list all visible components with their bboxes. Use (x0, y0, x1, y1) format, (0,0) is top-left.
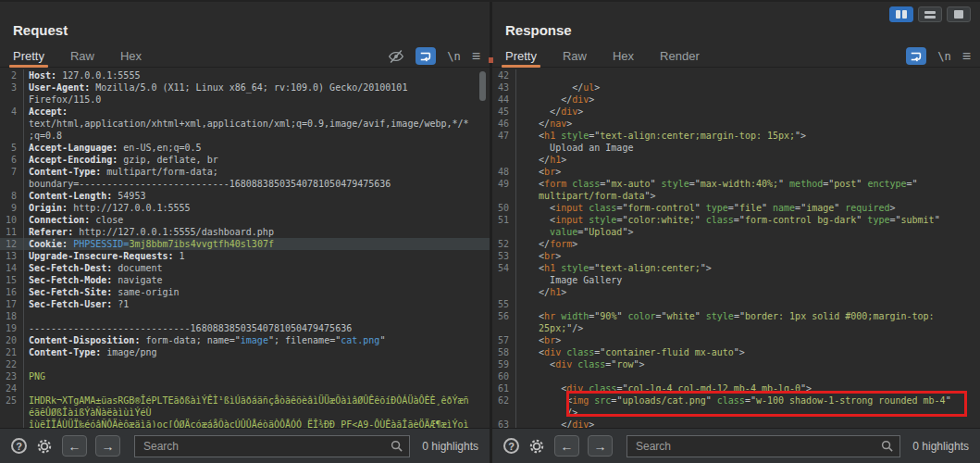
response-toolicons: \n ≡ (906, 44, 971, 68)
code-line: 50<input class="form-control" type="file… (492, 202, 980, 214)
code-line: 45</div> (492, 106, 980, 118)
request-toolicons: \n ≡ (388, 44, 480, 68)
show-newlines-icon[interactable]: \n (937, 50, 950, 63)
request-tab-pretty[interactable]: Pretty (13, 44, 44, 68)
request-tab-hex[interactable]: Hex (120, 44, 142, 68)
next-match-button[interactable]: → (588, 435, 613, 457)
request-code: 2Host: 127.0.0.1:55553User-Agent: Mozill… (0, 69, 490, 428)
layout-single-button[interactable] (947, 6, 971, 22)
response-tab-hex[interactable]: Hex (613, 44, 634, 68)
code-line: boundary=---------------------------1680… (0, 178, 490, 190)
code-line: 9Origin: http://127.0.0.1:5555 (0, 202, 490, 214)
code-line: 23PNG (0, 370, 490, 382)
response-editor[interactable]: 4243</ul>44</div>45</div>46</nav>47<h1 s… (492, 68, 980, 428)
code-line: 6Accept-Encoding: gzip, deflate, br (0, 154, 490, 166)
code-line: 42 (492, 69, 980, 81)
code-line: multipart/form-data"> (492, 190, 980, 202)
code-line: 20Content-Disposition: form-data; name="… (0, 334, 490, 346)
settings-gear-icon[interactable] (527, 437, 546, 456)
layout-columns-button[interactable] (889, 6, 913, 22)
next-match-button[interactable]: → (95, 435, 120, 457)
code-line: 25IHDRk¬XTgAMA±üasRGB®ÎéPLTEãðßàìÝÊÌ¹ßìÚ… (0, 394, 490, 407)
code-line: 62<img src="uploads/cat.png" class="w-10… (492, 394, 980, 407)
code-line: 12Cookie: PHPSESSID=3mj8bbm7ibs4vvgtfh40… (0, 238, 490, 250)
code-line: 4Accept: (0, 106, 490, 118)
code-line: 47<h1 style="text-align:center;margin-to… (492, 130, 980, 142)
code-line: 57<br> (492, 334, 980, 346)
code-line: 60 (492, 370, 980, 382)
code-line: 58<div class="container-fluid mx-auto"> (492, 346, 980, 358)
code-line: 43</ul> (492, 81, 980, 94)
code-line: 63</div> (492, 419, 980, 428)
code-line: 5Accept-Language: en-US,en;q=0.5 (0, 142, 490, 154)
response-tabbar: Pretty Raw Hex Render \n ≡ (492, 44, 980, 68)
code-line: Firefox/115.0 (0, 94, 490, 106)
response-code: 4243</ul>44</div>45</div>46</nav>47<h1 s… (492, 69, 980, 428)
code-line: /> (492, 407, 980, 419)
request-highlights-count: 0 highlights (418, 440, 478, 453)
code-line: 49<form class="mx-auto" style="max-width… (492, 178, 980, 190)
hide-response-eye-slash-icon[interactable] (388, 49, 404, 64)
code-line: 48<br> (492, 166, 980, 178)
response-header: Response (492, 2, 980, 44)
request-tabbar: Pretty Raw Hex \n ≡ (0, 44, 490, 68)
code-line: 22 (0, 358, 490, 370)
code-line: 19-----------------------------168088385… (0, 322, 490, 334)
code-line: éãêÛØßÎàißÝàÑàëàìùìÝéÙ (0, 407, 490, 419)
response-tab-render[interactable]: Render (660, 44, 700, 68)
word-wrap-icon[interactable] (416, 47, 436, 65)
search-icon (390, 439, 403, 457)
code-line: ;q=0.8 (0, 130, 490, 142)
code-line: text/html,application/xhtml+xml,applicat… (0, 118, 490, 130)
request-editor[interactable]: 2Host: 127.0.0.1:55553User-Agent: Mozill… (0, 68, 490, 428)
code-line: </h1> (492, 286, 980, 298)
code-line: 3User-Agent: Mozilla/5.0 (X11; Linux x86… (0, 81, 490, 94)
request-search-input[interactable] (134, 435, 410, 457)
code-line: 15Sec-Fetch-Mode: navigate (0, 274, 490, 286)
prev-match-button[interactable]: ← (62, 435, 87, 457)
prev-match-button[interactable]: ← (554, 435, 579, 457)
code-line: 55 (492, 298, 980, 310)
editor-menu-icon[interactable]: ≡ (962, 49, 971, 64)
request-searchbar: ? ← → 0 highlights (0, 428, 490, 463)
settings-gear-icon[interactable] (35, 437, 54, 456)
response-searchbar: ? ← → 0 highlights (492, 428, 980, 463)
request-tab-raw[interactable]: Raw (70, 44, 94, 68)
request-panel: Request Pretty Raw Hex \n ≡ 2Host: 127.0… (0, 2, 490, 463)
code-line: 25px;"/> (492, 322, 980, 334)
code-line: 46</nav> (492, 118, 980, 130)
code-line: 14Sec-Fetch-Dest: document (0, 262, 490, 274)
request-scrollbar[interactable] (479, 71, 486, 101)
editor-menu-icon[interactable]: ≡ (472, 49, 480, 64)
help-icon[interactable]: ? (503, 438, 519, 454)
layout-buttons (889, 6, 971, 22)
code-line: îùëÌÏÁÙÜÏ‰éóâÑÔÄèôæäìã)oc[ÓØÄçóæáåÕàçÚÛÛ… (0, 419, 490, 428)
response-tab-pretty[interactable]: Pretty (505, 44, 537, 68)
burp-message-editor: Request Pretty Raw Hex \n ≡ 2Host: 127.0… (0, 0, 980, 463)
code-line: value="Upload"> (492, 226, 980, 238)
code-line: 17Sec-Fetch-User: ?1 (0, 298, 490, 310)
layout-rows-button[interactable] (918, 6, 942, 22)
help-icon[interactable]: ? (11, 438, 27, 454)
code-line: 52</form> (492, 238, 980, 250)
code-line: 44</div> (492, 94, 980, 106)
code-line: 21Content-Type: image/png (0, 346, 490, 358)
code-line: 59<div class="row"> (492, 358, 980, 370)
code-line: 61<div class="col-lg-4 col-md-12 mb-4 mb… (492, 382, 980, 394)
code-line: 53<br> (492, 250, 980, 262)
show-newlines-icon[interactable]: \n (447, 50, 460, 63)
code-line: 2Host: 127.0.0.1:5555 (0, 69, 490, 81)
response-tab-raw[interactable]: Raw (563, 44, 587, 68)
code-line: 16Sec-Fetch-Site: same-origin (0, 286, 490, 298)
response-panel: Response Pretty Raw Hex Render \n ≡ 4243… (492, 2, 980, 463)
response-search-input[interactable] (626, 435, 900, 457)
code-line: 18 (0, 310, 490, 322)
code-line: Upload an Image (492, 142, 980, 154)
response-title: Response (505, 22, 572, 38)
code-line: 54<h1 style="text-align:center;"> (492, 262, 980, 274)
code-line: 51<input style="color:white;" class="for… (492, 214, 980, 226)
code-line: 7Content-Type: multipart/form-data; (0, 166, 490, 178)
request-header: Request (0, 2, 490, 44)
code-line: </h1> (492, 154, 980, 166)
word-wrap-icon[interactable] (906, 47, 926, 65)
